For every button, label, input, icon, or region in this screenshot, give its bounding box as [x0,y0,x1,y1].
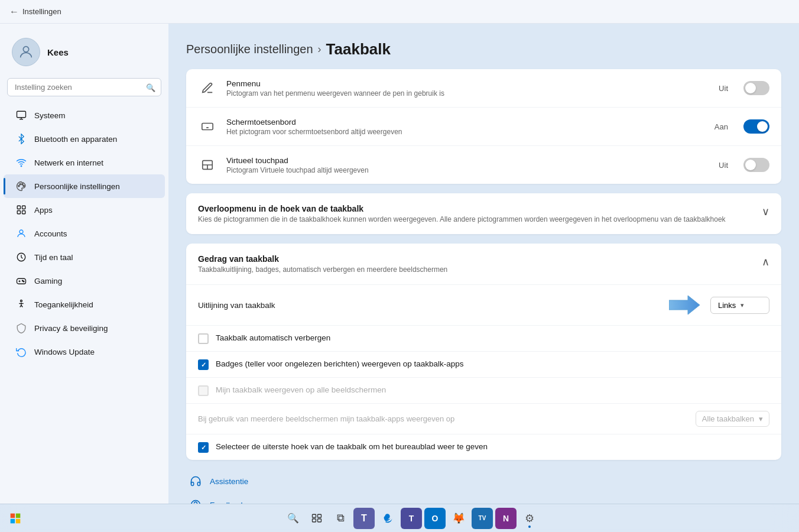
multi-display-dropdown: Alle taakbalken ▾ [696,411,769,427]
pen-icon [198,79,217,98]
sidebar-item-tijd-label: Tijd en taal [34,253,73,262]
keyboard-toggle[interactable] [743,119,769,134]
gedrag-chevron-icon: ∧ [762,255,769,268]
taskbar-edge[interactable] [377,508,398,529]
user-profile: Kees [0,31,168,78]
svg-point-7 [22,184,23,185]
svg-rect-40 [313,514,316,517]
multi-display-checkbox [198,385,209,396]
svg-point-19 [23,281,24,282]
keyboard-desc: Het pictogram voor schermtoetsenbord alt… [226,128,705,136]
main-layout: Kees 🔍 Systeem Bluetooth en [0,24,799,504]
svg-marker-33 [669,296,700,314]
svg-point-18 [22,280,24,281]
breadcrumb-current: Taakbalk [326,40,391,59]
sidebar-item-windows-update[interactable]: Windows Update [4,340,165,364]
gedrag-desc: Taakbalkuitlijning, badges, automatisch … [198,265,755,274]
alignment-value: Links [718,301,736,310]
sidebar-item-bluetooth[interactable]: Bluetooth en apparaten [4,127,165,151]
bottom-links: Assistentie Feedback geven [186,472,781,504]
sidebar: Kees 🔍 Systeem Bluetooth en [0,24,168,504]
taskbar-settings[interactable]: ⚙ [519,508,540,529]
touchpad-toggle[interactable] [743,158,769,172]
sidebar-item-netwerk[interactable]: Netwerk en internet [4,151,165,174]
sidebar-item-gaming[interactable]: Gaming [4,269,165,293]
taskbar-teams2[interactable]: T [401,508,422,529]
taskbar-outlook[interactable]: O [424,508,446,529]
grid-icon [15,204,27,216]
touchpad-title: Virtueel touchpad [226,156,709,165]
sidebar-item-gaming-label: Gaming [34,277,62,286]
svg-rect-12 [22,211,25,214]
checkbox-auto-hide: Taakbalk automatisch verbergen [186,326,781,352]
sidebar-item-toegankelijkheid[interactable]: Toegankelijkheid [4,293,165,316]
overflow-section-desc: Kies de pictogrammen die in de taakbalkh… [198,215,755,223]
taskbar-task-view[interactable] [306,508,327,529]
svg-rect-10 [22,206,25,209]
svg-rect-1 [17,111,26,118]
badges-checkbox[interactable] [198,359,209,370]
username: Kees [47,47,69,57]
svg-rect-38 [11,518,15,523]
sidebar-item-systeem[interactable]: Systeem [4,103,165,127]
multi-display-value: Alle taakbalken [702,414,754,423]
search-input[interactable] [7,78,161,96]
svg-point-13 [20,230,23,233]
taskbar: 🔍 ⧉ T T O 🦊 TV N ⚙ [0,504,799,532]
checkbox-badges: Badges (teller voor ongelezen berichten)… [186,352,781,378]
svg-rect-39 [16,518,21,523]
monitor-icon [15,109,27,121]
penmenu-desc: Pictogram van het penmenu weergeven wann… [226,89,709,98]
svg-point-20 [21,300,22,302]
taskbar-onenote[interactable]: N [495,508,517,529]
svg-rect-42 [313,518,316,521]
penmenu-state-label: Uit [719,84,728,93]
multi-display-text: Bij gebruik van meerdere beeldschermen m… [198,414,688,423]
taskbar-teamviewer[interactable]: TV [472,508,493,529]
taskbar-widgets[interactable]: ⧉ [330,508,351,529]
sidebar-item-bluetooth-label: Bluetooth en apparaten [34,135,117,144]
feedback-link[interactable]: Feedback geven [189,495,779,504]
penmenu-toggle[interactable] [743,81,769,95]
keyboard-toggle-thumb [757,121,768,132]
svg-rect-41 [318,514,321,517]
avatar [12,38,40,66]
content-area: Persoonlijke instellingen › Taakbalk Pen… [168,24,799,504]
svg-point-8 [23,186,24,187]
assistentie-link[interactable]: Assistentie [189,472,779,491]
sidebar-item-toegankelijkheid-label: Toegankelijkheid [34,300,93,309]
touchpad-icon [198,155,217,174]
taskbar-firefox[interactable]: 🦊 [448,508,469,529]
show-desktop-checkbox[interactable] [198,442,209,453]
checkbox-show-desktop: Selecteer de uiterste hoek van de taakba… [186,434,781,460]
assistentie-label: Assistentie [210,477,248,486]
alignment-label: Uitlijning van taakbalk [198,301,658,310]
gedrag-header[interactable]: Gedrag van taakbalk Taakbalkuitlijning, … [186,244,781,285]
sidebar-item-tijd[interactable]: Tijd en taal [4,245,165,269]
toggle-item-touchpad: Virtueel touchpad Pictogram Virtuele tou… [186,146,781,184]
overflow-chevron-icon: ∨ [762,205,769,218]
svg-point-0 [23,47,28,52]
taskbar-search[interactable]: 🔍 [282,508,304,529]
overflow-section-header[interactable]: Overloopmenu in de hoek van de taakbalk … [186,193,781,234]
sidebar-item-persoonlijk[interactable]: Persoonlijke instellingen [4,174,165,198]
taskbar-teams[interactable]: T [353,508,375,529]
svg-rect-22 [202,124,213,130]
show-desktop-label: Selecteer de uiterste hoek van de taakba… [216,442,488,453]
sidebar-item-privacy-label: Privacy & beveiliging [34,324,108,333]
sidebar-item-privacy[interactable]: Privacy & beveiliging [4,316,165,340]
touchpad-state-label: Uit [719,161,728,170]
overflow-section-text: Overloopmenu in de hoek van de taakbalk … [198,204,755,223]
svg-point-4 [21,166,22,167]
alignment-dropdown[interactable]: Links ▾ [710,297,769,314]
sidebar-item-persoonlijk-label: Persoonlijke instellingen [34,182,120,191]
sidebar-item-apps[interactable]: Apps [4,198,165,222]
svg-point-6 [20,184,21,185]
start-button[interactable] [5,508,26,529]
auto-hide-checkbox[interactable] [198,333,209,344]
svg-point-5 [18,186,20,187]
brush-icon [15,180,27,192]
sidebar-item-accounts[interactable]: Accounts [4,222,165,245]
back-button[interactable]: ← Instellingen [9,7,61,17]
gedrag-card: Gedrag van taakbalk Taakbalkuitlijning, … [186,244,781,460]
